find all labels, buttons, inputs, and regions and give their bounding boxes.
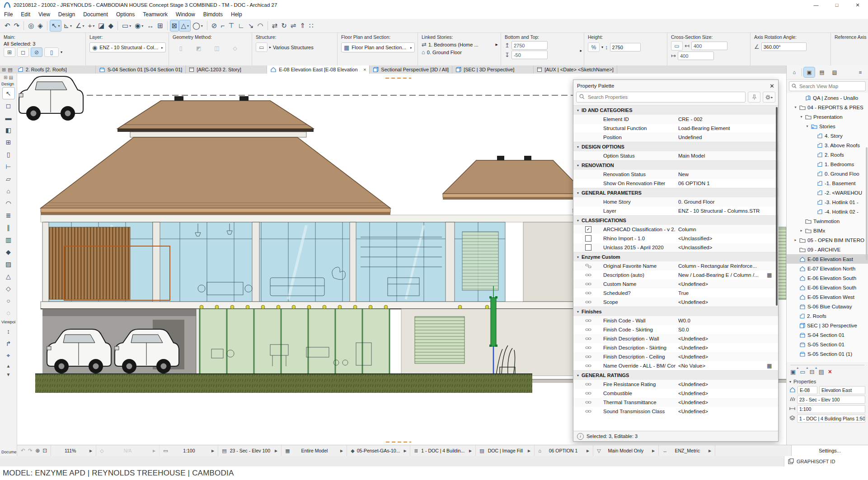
lamp-tool[interactable]: ○ [3,295,14,306]
view-map-item[interactable]: SEC | 3D Perspective [787,321,868,330]
renovation-filter-selector[interactable]: ⌂06 OPTION 1▶ [535,445,593,456]
structure-selector-icon[interactable]: ▭ [256,42,267,52]
split-icon[interactable]: ⊘ [210,20,219,31]
menu-file[interactable]: File [0,10,17,19]
property-field[interactable]: 1:100 [797,405,865,413]
clerestory-roof[interactable] [117,96,314,137]
tab-s-04-section-01-s-04-section-0[interactable]: S-04 Section 01 [S-04 Section 01] [96,65,186,74]
save-current-view-button[interactable]: ▣+ [790,368,796,375]
penset-attribute-selector[interactable]: ◆05-Penset-GAs-10...▶ [347,445,410,456]
geometry-complex-icon[interactable]: ◇ [227,43,243,53]
publisher-sets-icon[interactable]: ▧ [829,67,840,77]
navigator-property-row[interactable]: 23 - Sec - Elev 100 [787,395,868,404]
search-input[interactable] [798,83,859,89]
wall-tool[interactable]: ▬ [3,112,14,123]
property-value[interactable]: New / Load-Bearing E / Column /... [678,272,759,278]
view-map-item[interactable]: -2. <WAREHOU [787,188,868,197]
toolbox-list-icon[interactable]: ▤ [9,75,13,80]
chevron-down-icon[interactable]: ▾ [601,45,603,49]
menu-help[interactable]: Help [227,10,246,19]
redo-icon[interactable]: ↷ [13,20,21,31]
beam-tool[interactable]: ⊢ [3,161,14,172]
property-value[interactable]: <Unclassified> [678,245,712,250]
property-value[interactable]: Main Model [678,153,705,158]
property-group-header[interactable]: ▾CLASSIFICATIONS [573,215,778,225]
menu-document[interactable]: Document [79,10,112,19]
property-field[interactable]: E-08 [798,386,817,394]
property-value[interactable]: S0.0 [678,327,689,332]
view-map-item[interactable]: -4. Hotlink 02 - [787,207,868,216]
chevron-down-icon[interactable]: ▾ [187,24,189,28]
close-icon[interactable]: ✕ [769,83,774,89]
tab-e-08-elevation-east-e-08-eleva[interactable]: E-08 Elevation East [E-08 Elevation ...× [267,65,370,74]
stair-tool[interactable]: ≣ [3,210,14,221]
section-tool[interactable]: ↕ [3,326,14,337]
chevron-down-icon[interactable]: ▾ [61,50,62,54]
undo-icon[interactable]: ↶ [3,20,12,31]
navigator-property-row[interactable]: E-08Elevation East [787,385,868,395]
layout-book-icon[interactable]: ▤ [816,67,827,77]
multiply-icon[interactable]: ∷ [308,20,315,31]
property-value[interactable]: ENZ - 10 Structural - Columns.STR [678,208,760,214]
view-map-item[interactable]: ▸BIMx [787,226,868,235]
view-map-item[interactable]: 4. Story [787,131,868,140]
view-map-item[interactable]: 1. Bedrooms [787,159,868,169]
view-map-item[interactable]: S-04 Section 01 [787,330,868,340]
green-glass-wall[interactable] [200,309,389,376]
maximize-button[interactable]: □ [826,0,847,10]
menu-view[interactable]: View [34,10,54,19]
menu-options[interactable]: Options [112,10,139,19]
3d-view-icon[interactable]: △▾ [179,20,190,31]
tab-sectional-perspective-3d-all-[interactable]: Sectional Perspective [3D / All] [370,65,452,74]
layer-combo[interactable]: ◉ENZ - 10 Structural - Col...▸ [89,42,166,52]
bottom-offset-input[interactable] [511,51,548,59]
view-map-item[interactable]: ▸05 - OPEN BIM INTERO [787,235,868,245]
geometry-simple-icon[interactable]: ▯ [173,43,189,53]
toolbox-group-document[interactable]: Docume [0,450,17,454]
tab-overview-icon[interactable]: ⊞ [2,67,6,73]
roof-tool[interactable]: ⌂ [3,185,14,196]
view-map-icon[interactable]: ▣ [804,67,815,77]
geometry-slanted-icon[interactable]: ◩ [191,43,207,53]
navigator-property-row[interactable]: 1:100 [787,404,868,414]
property-group-header[interactable]: ▾GENERAL PARAMETERS [573,188,778,197]
width-input[interactable] [691,42,727,50]
property-value[interactable]: CRE - 002 [678,117,703,122]
checkbox-unchecked[interactable] [585,235,591,242]
clone-folder-button[interactable]: ⊟+ [810,368,815,375]
property-value[interactable]: 06 OPTION 1 [678,181,710,186]
toolbox-group-design[interactable]: Design [0,82,17,86]
property-value[interactable]: <No Value> [678,363,705,368]
design-option-selector[interactable]: ▽Main Model Only▶ [593,445,659,456]
property-value[interactable]: Column - Rectangular Reinforce... [678,263,757,269]
view-map-item[interactable]: S-06 Blue Cutaway [787,302,868,311]
layer-combination-selector[interactable]: ≣1 - DOC | 4 Buildin...▶ [410,445,476,456]
organizer-icon[interactable]: ▤ [8,67,12,73]
tab-2-roofs-2-roofs-[interactable]: 2. Roofs [2. Roofs] [14,65,96,74]
property-field[interactable]: 1 - DOC | 4 Building Plans 1:50 [797,415,865,423]
property-value[interactable]: <Undefined> [678,400,708,405]
chevron-down-icon[interactable]: ▾ [789,380,791,384]
chevron-down-icon[interactable]: ▾ [58,24,60,28]
delete-view-button[interactable]: × [828,368,832,375]
minimize-button[interactable]: — [806,0,826,10]
marquee-place-icon[interactable]: ◻ [17,47,29,57]
tab--sec-3d-perspective-[interactable]: [SEC | 3D Perspective] [452,65,534,74]
chevron-right-icon[interactable]: ▶ [496,43,498,47]
camera-tool[interactable]: ⌖ [3,350,14,361]
gear-icon[interactable]: ▸ [763,92,775,103]
working-units-selector[interactable]: ↔ENZ_Metric▶ [659,445,715,456]
view-map-item[interactable]: E-06 Elevation South [787,273,868,283]
jump-forward-icon[interactable]: ↷ [28,447,33,454]
expand-icon[interactable]: ▸ [799,228,803,233]
element-settings-icon[interactable]: ⊞ [4,47,15,57]
eraser-icon[interactable]: ◪ [97,20,106,31]
toolbox-grid-icon[interactable]: ⊞ [4,75,7,80]
geometry-double-icon[interactable]: ◫ [209,43,225,53]
arrow-tool-icon[interactable]: ↖▾ [50,20,61,31]
depth-input[interactable] [678,51,714,60]
elevation-tool[interactable]: ↱ [3,338,14,349]
property-group-header[interactable]: ▾ID AND CATEGORIES [573,105,778,115]
chevron-down-icon[interactable]: ▾ [70,24,72,28]
view-map-item[interactable]: 3. Above Roofs [787,140,868,150]
